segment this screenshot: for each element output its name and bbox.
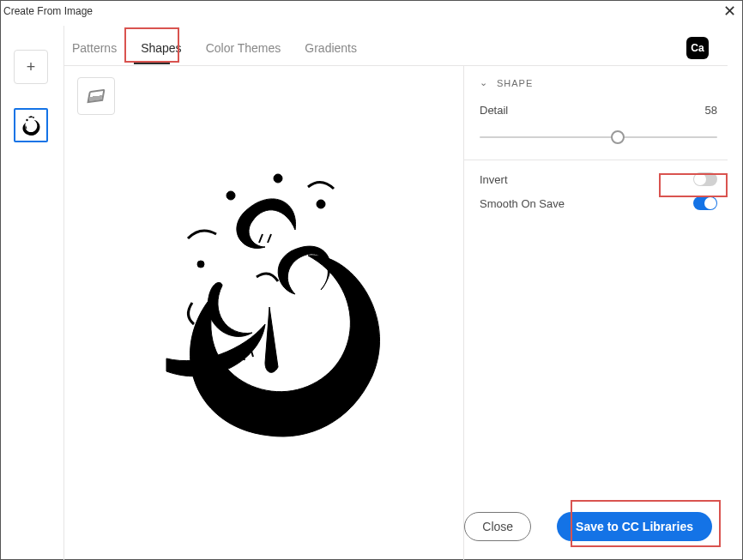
save-to-cc-libraries-button[interactable]: Save to CC Libraries	[557, 512, 712, 541]
svg-point-2	[227, 191, 235, 200]
svg-point-3	[274, 174, 282, 183]
slider-thumb[interactable]	[611, 130, 625, 144]
tab-gradients[interactable]: Gradients	[305, 39, 357, 57]
tab-color-themes[interactable]: Color Themes	[206, 39, 281, 57]
svg-point-1	[33, 117, 34, 118]
image-thumbnail-selected[interactable]	[14, 108, 48, 142]
shape-preview	[77, 77, 462, 485]
close-button[interactable]: Close	[464, 512, 531, 541]
window-title: Create From Image	[3, 5, 93, 17]
slider-track	[480, 136, 717, 138]
dialog-footer: Close Save to CC Libraries	[464, 512, 712, 541]
close-icon[interactable]: ✕	[723, 3, 736, 19]
calligraphy-shape-icon	[141, 153, 398, 444]
calligraphy-thumb-icon	[18, 112, 44, 138]
detail-label: Detail	[480, 104, 508, 117]
image-list: +	[0, 24, 62, 560]
svg-point-4	[197, 261, 204, 268]
add-image-button[interactable]: +	[14, 50, 48, 84]
chevron-down-icon: ⌄	[480, 77, 488, 88]
tab-shapes[interactable]: Shapes	[141, 39, 181, 57]
invert-label: Invert	[480, 173, 508, 186]
tab-patterns[interactable]: Patterns	[72, 39, 117, 57]
detail-value: 58	[705, 104, 717, 117]
section-label: SHAPE	[497, 78, 533, 88]
tab-underline	[134, 63, 170, 64]
plus-icon: +	[27, 58, 36, 76]
properties-panel: ⌄ SHAPE Detail 58 Invert Smooth On Save	[463, 65, 728, 560]
smooth-label: Smooth On Save	[480, 197, 565, 210]
svg-point-6	[317, 200, 325, 208]
tab-bar: Patterns Shapes Color Themes Gradients C…	[72, 32, 709, 64]
detail-slider[interactable]	[480, 127, 717, 148]
capture-app-icon[interactable]: Ca	[686, 37, 709, 59]
shape-section-header[interactable]: ⌄ SHAPE	[480, 77, 717, 88]
smooth-on-save-toggle[interactable]	[693, 196, 717, 210]
svg-point-0	[26, 119, 27, 121]
svg-point-5	[202, 329, 208, 336]
invert-toggle[interactable]	[693, 172, 717, 186]
